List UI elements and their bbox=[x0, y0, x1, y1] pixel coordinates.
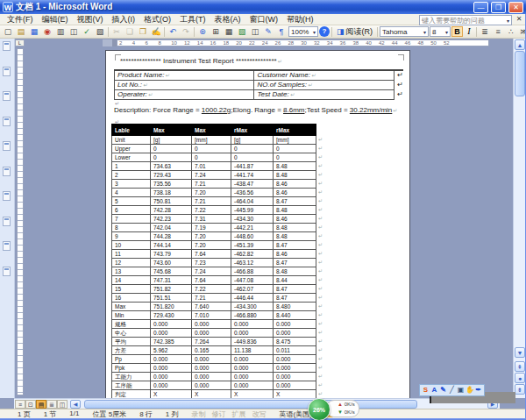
vertical-scrollbar[interactable]: ▲ ▼ ⇞ ● ⇟ bbox=[513, 39, 525, 398]
status-toggle-1[interactable]: 修订 bbox=[211, 409, 225, 419]
insert-hyperlink-icon[interactable]: ⊛ bbox=[196, 26, 209, 38]
table-cell: 743.60 bbox=[151, 259, 192, 267]
dock-item-icon[interactable] bbox=[3, 217, 11, 226]
line-tool-icon[interactable]: ╱ bbox=[448, 386, 456, 395]
permission-icon[interactable]: ◉ bbox=[41, 26, 53, 38]
hand-tool-icon[interactable]: ✋ bbox=[466, 386, 473, 395]
menu-item-8[interactable]: 帮助(H) bbox=[282, 14, 318, 25]
save-icon[interactable]: ▦ bbox=[28, 26, 40, 38]
dock-item-icon[interactable] bbox=[3, 91, 11, 101]
minimize-button[interactable]: — bbox=[473, 2, 488, 13]
read-mode-button[interactable]: ◨ 阅读(R) bbox=[334, 26, 375, 38]
memory-usage-ball[interactable]: 26% bbox=[308, 398, 331, 420]
bullets-icon[interactable]: ∴ bbox=[505, 26, 517, 38]
table-cell: 4 bbox=[112, 189, 151, 197]
bold-button[interactable]: B bbox=[451, 26, 463, 37]
next-page-button[interactable]: ⇟ bbox=[515, 384, 525, 395]
copy-icon[interactable]: ❏ bbox=[124, 26, 136, 38]
zoom-select[interactable]: 100% ▾ bbox=[288, 26, 318, 37]
menu-item-7[interactable]: 窗口(W) bbox=[245, 14, 283, 25]
dock-item-icon[interactable] bbox=[3, 167, 11, 176]
previous-page-button[interactable]: ⇞ bbox=[515, 361, 525, 372]
menu-item-3[interactable]: 插入(I) bbox=[108, 14, 140, 25]
format-painter-icon[interactable]: ✍ bbox=[150, 26, 162, 38]
brush-tool-icon[interactable]: ✎ bbox=[439, 386, 447, 395]
scroll-left-icon[interactable]: ◀ bbox=[70, 400, 81, 409]
status-toggle-2[interactable]: 扩展 bbox=[231, 409, 245, 419]
menu-item-4[interactable]: 格式(O) bbox=[139, 14, 175, 25]
toolbar-options-button[interactable]: » bbox=[518, 26, 525, 38]
select-browse-object-button[interactable]: ● bbox=[515, 373, 525, 383]
ruler-number: 10 bbox=[171, 40, 177, 46]
print-layout-view-button[interactable]: ▤ bbox=[36, 400, 46, 409]
open-folder-icon[interactable]: ▤ bbox=[15, 26, 27, 38]
web-layout-view-button[interactable]: ⊡ bbox=[25, 400, 36, 409]
horizontal-ruler[interactable]: 2468101214161820222426283032343638404244… bbox=[117, 39, 489, 46]
undo-icon[interactable]: ↶ bbox=[167, 26, 179, 38]
menu-item-2[interactable]: 视图(V) bbox=[73, 14, 108, 25]
insert-table-icon[interactable]: ▦ bbox=[223, 26, 235, 38]
dock-item-icon[interactable] bbox=[3, 267, 11, 276]
numbering-icon[interactable]: ≡ bbox=[492, 26, 504, 38]
vertical-scroll-thumb[interactable] bbox=[515, 51, 525, 96]
menu-item-1[interactable]: 编辑(E) bbox=[38, 14, 73, 25]
scroll-up-icon[interactable]: ▲ bbox=[515, 39, 525, 50]
justify-icon[interactable]: ≣ bbox=[479, 26, 491, 38]
tab-stop-selector[interactable]: L bbox=[15, 39, 25, 46]
help-icon[interactable]: ? bbox=[319, 26, 330, 37]
print-icon[interactable]: ▥ bbox=[54, 26, 67, 38]
paste-icon[interactable]: ❐ bbox=[137, 26, 149, 38]
redo-icon[interactable]: ↷ bbox=[180, 26, 192, 38]
menu-item-0[interactable]: 文件(F) bbox=[3, 14, 38, 25]
maximize-button[interactable]: ❐ bbox=[491, 2, 506, 13]
dock-item-icon[interactable] bbox=[3, 67, 11, 76]
dock-item-icon[interactable] bbox=[3, 41, 11, 51]
status-toggle-3[interactable]: 改写 bbox=[252, 409, 266, 419]
capture-logo-icon[interactable]: S bbox=[422, 386, 430, 395]
scroll-down-icon[interactable]: ▼ bbox=[515, 347, 525, 358]
status-toggle-0[interactable]: 录制 bbox=[191, 409, 205, 419]
font-size-select[interactable]: 8 ▾ bbox=[430, 26, 451, 37]
tables-borders-icon[interactable]: ⊞ bbox=[210, 26, 222, 38]
table-row: Unit[g][mm][g][mm]↵ bbox=[112, 136, 326, 145]
dock-item-icon[interactable] bbox=[3, 117, 11, 126]
image-tool-icon[interactable]: ▣ bbox=[457, 386, 465, 395]
research-icon[interactable]: ▧ bbox=[94, 26, 106, 38]
outline-view-button[interactable]: ≣ bbox=[46, 400, 57, 409]
close-button[interactable]: ✕ bbox=[508, 2, 523, 13]
report-title: *************** Instrument Test Report *… bbox=[120, 57, 282, 65]
table-cell: 13 bbox=[112, 267, 151, 276]
horizontal-scroll-thumb[interactable] bbox=[84, 400, 417, 409]
dock-item-icon[interactable] bbox=[3, 191, 11, 201]
insert-excel-icon[interactable]: ▧ bbox=[236, 26, 248, 38]
show-hide-icon[interactable]: ¶ bbox=[275, 26, 288, 38]
pen-tool-icon[interactable]: ✒ bbox=[474, 386, 482, 395]
dock-item-icon[interactable] bbox=[3, 241, 11, 251]
ruler-number: 4 bbox=[132, 40, 135, 46]
help-input[interactable]: 键入需要帮助的问题 ▾ bbox=[419, 15, 512, 25]
table-cell: -466.88 bbox=[231, 267, 274, 276]
close-document-icon[interactable]: ✕ bbox=[515, 15, 523, 24]
horizontal-scrollbar[interactable]: ≡⊡▤≣◫ ◀ ▶ bbox=[14, 398, 500, 409]
dock-item-icon[interactable] bbox=[3, 141, 11, 151]
table-cell: 8.48 bbox=[274, 224, 316, 232]
help-placeholder: 键入需要帮助的问题 bbox=[422, 16, 485, 25]
ruler-number: 6 bbox=[146, 40, 148, 46]
cut-icon[interactable]: ✂ bbox=[110, 26, 123, 38]
menu-item-5[interactable]: 工具(T) bbox=[175, 14, 210, 25]
font-select[interactable]: Tahoma ▾ bbox=[380, 26, 429, 37]
new-document-icon[interactable]: ▢ bbox=[2, 26, 14, 38]
drawing-icon[interactable]: ✎ bbox=[262, 26, 274, 38]
spelling-icon[interactable]: ✓ bbox=[81, 26, 93, 38]
table-cell: 729.430 bbox=[151, 311, 192, 320]
reading-layout-view-button[interactable]: ◫ bbox=[57, 400, 68, 409]
normal-view-button[interactable]: ≡ bbox=[15, 400, 25, 409]
table-cell: [mm] bbox=[192, 136, 231, 145]
print-preview-icon[interactable]: ◫ bbox=[68, 26, 80, 38]
text-tool-icon[interactable]: A bbox=[430, 386, 438, 395]
columns-icon[interactable]: ◫ bbox=[249, 26, 261, 38]
italic-button[interactable]: I bbox=[464, 26, 474, 37]
vertical-ruler[interactable] bbox=[17, 48, 24, 395]
table-row: 平均742.3857.264-449.8368.475↵ bbox=[112, 338, 326, 346]
menu-item-6[interactable]: 表格(A) bbox=[210, 14, 245, 25]
